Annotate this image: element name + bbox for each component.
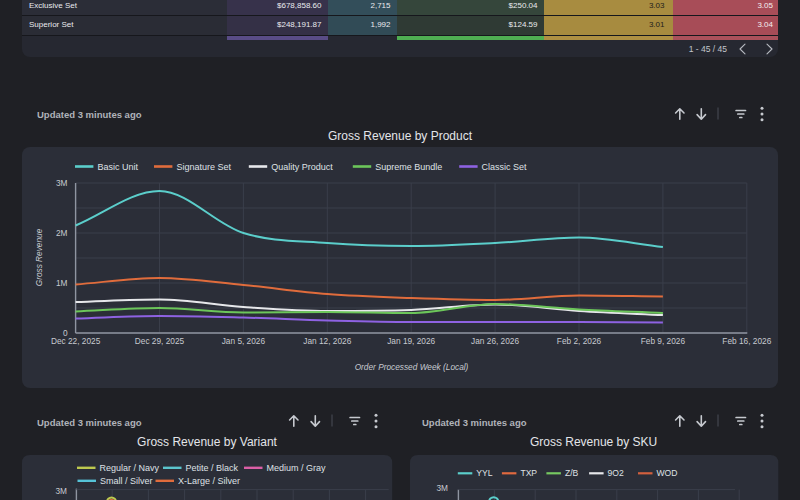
svg-text:3M: 3M xyxy=(56,178,68,188)
svg-text:9O2: 9O2 xyxy=(607,469,623,479)
svg-text:Basic Unit: Basic Unit xyxy=(97,162,138,172)
svg-text:YYL: YYL xyxy=(476,469,492,479)
svg-text:Dec 29, 2025: Dec 29, 2025 xyxy=(135,336,185,346)
svg-text:Small / Silver: Small / Silver xyxy=(100,476,153,486)
svg-text:Feb 9, 2026: Feb 9, 2026 xyxy=(641,336,686,346)
svg-text:WOD: WOD xyxy=(656,469,677,479)
svg-text:Gross Revenue: Gross Revenue xyxy=(34,228,44,286)
svg-text:Jan 19, 2026: Jan 19, 2026 xyxy=(387,336,435,346)
svg-text:3M: 3M xyxy=(55,486,67,496)
svg-text:Order Processed Week (Local): Order Processed Week (Local) xyxy=(355,362,469,372)
svg-text:Feb 16, 2026: Feb 16, 2026 xyxy=(722,336,771,346)
svg-text:X-Large / Silver: X-Large / Silver xyxy=(178,476,240,486)
svg-text:Petite / Black: Petite / Black xyxy=(186,463,239,473)
svg-text:1M: 1M xyxy=(56,278,68,288)
svg-text:Quality Product: Quality Product xyxy=(271,162,333,172)
svg-text:Z/B: Z/B xyxy=(564,469,578,479)
svg-text:Supreme Bundle: Supreme Bundle xyxy=(375,162,442,172)
svg-text:3M: 3M xyxy=(436,484,448,494)
svg-text:Feb 2, 2026: Feb 2, 2026 xyxy=(557,336,602,346)
svg-text:2M: 2M xyxy=(56,228,68,238)
svg-text:Regular / Navy: Regular / Navy xyxy=(100,463,160,473)
svg-text:Medium / Gray: Medium / Gray xyxy=(267,463,327,473)
svg-text:Jan 5, 2026: Jan 5, 2026 xyxy=(222,336,266,346)
svg-text:Jan 26, 2026: Jan 26, 2026 xyxy=(471,336,519,346)
svg-text:Classic Set: Classic Set xyxy=(482,162,528,172)
svg-text:Jan 12, 2026: Jan 12, 2026 xyxy=(303,336,351,346)
svg-text:TXP: TXP xyxy=(520,469,537,479)
svg-text:Dec 22, 2025: Dec 22, 2025 xyxy=(51,336,101,346)
svg-text:0: 0 xyxy=(63,328,68,338)
svg-text:Signature Set: Signature Set xyxy=(176,162,231,172)
